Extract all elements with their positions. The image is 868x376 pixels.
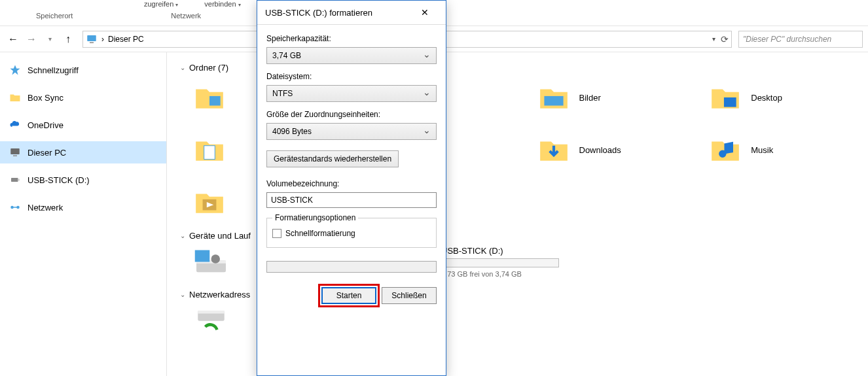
volume-name-input[interactable] [266,192,437,208]
folder-3d-icon [193,81,226,114]
close-button[interactable]: ✕ [412,3,438,22]
ribbon-group-label: Speicherort [36,12,73,20]
storage-bar [441,258,559,267]
progress-bar [266,261,437,273]
folder-item-bilder[interactable]: Bilder [537,78,683,117]
ribbon-group-label: Netzwerk [171,12,201,20]
sidebar-item-usb[interactable]: USB-STICK (D:) [0,169,166,191]
svg-rect-12 [724,97,736,107]
filesystem-select[interactable]: NTFS [266,85,437,102]
quick-format-label: Schnellformatierung [285,229,355,238]
allocation-value: 4096 Bytes [272,127,312,136]
start-button[interactable]: Starten [321,287,376,304]
svg-rect-4 [13,156,17,157]
folder-label: Downloads [579,145,621,155]
navigation-sidebar: Schnellzugriff Box Sync OneDrive Dieser … [0,52,167,376]
svg-rect-5 [11,178,18,182]
svg-rect-21 [198,311,225,314]
device-item-usb[interactable]: USB-STICK (D:) 3,73 GB frei von 3,74 GB [441,246,559,278]
folder-music-icon [709,133,742,166]
device-item-local[interactable] [193,246,238,278]
sidebar-item-network[interactable]: Netzwerk [0,196,166,218]
folder-documents-icon [193,133,226,166]
svg-rect-1 [90,42,94,43]
sidebar-item-boxsync[interactable]: Box Sync [0,86,166,109]
folder-videos-icon [193,186,226,218]
sidebar-item-thispc[interactable]: Dieser PC [0,141,166,163]
sidebar-item-quickaccess[interactable]: Schnellzugriff [0,59,166,81]
folder-item-downloads[interactable]: Downloads [537,130,683,169]
recent-dropdown[interactable]: ▾ [42,31,58,47]
sidebar-item-label: Box Sync [27,93,63,103]
folder-downloads-icon [537,133,570,166]
sidebar-item-onedrive[interactable]: OneDrive [0,114,166,136]
section-title: Ordner (7) [189,63,228,73]
allocation-select[interactable]: 4096 Bytes [266,123,437,140]
cloud-icon [9,119,21,131]
format-dialog: USB-STICK (D:) formatieren ✕ Speicherkap… [257,0,446,376]
svg-rect-18 [195,250,210,262]
ribbon-cmd[interactable]: verbinden [204,0,240,12]
dialog-titlebar[interactable]: USB-STICK (D:) formatieren ✕ [257,1,446,24]
chevron-down-icon: ⌄ [180,64,185,71]
capacity-value: 3,74 GB [272,51,301,60]
pc-icon [86,33,98,45]
folder-item-musik[interactable]: Musik [709,130,855,169]
svg-rect-6 [18,179,20,181]
device-subtext: 3,73 GB frei von 3,74 GB [441,270,559,278]
svg-rect-9 [13,207,17,208]
svg-rect-3 [10,148,20,154]
network-icon [9,201,21,213]
close-dialog-button[interactable]: Schließen [382,287,437,304]
folder-label: Bilder [579,93,601,103]
svg-rect-10 [209,96,221,106]
filesystem-label: Dateisystem: [266,72,437,81]
sidebar-item-label: USB-STICK (D:) [27,175,90,185]
start-button-label: Starten [336,291,362,300]
capacity-label: Speicherkapazität: [266,34,437,43]
pc-icon [9,146,21,158]
forward-button[interactable]: → [24,31,39,47]
quick-format-checkbox[interactable]: Schnellformatierung [272,229,431,238]
folder-label: Desktop [751,93,782,103]
path-separator: › [101,35,104,44]
folder-pictures-icon [537,81,570,114]
section-title: Geräte und Lauf [189,231,251,241]
dialog-title: USB-STICK (D:) formatieren [265,8,372,18]
svg-rect-13 [204,146,215,160]
folder-label: Musik [751,145,773,155]
folder-item-desktop[interactable]: Desktop [709,78,855,117]
chevron-down-icon: ⌄ [180,291,185,298]
svg-point-19 [211,254,221,264]
folder-desktop-icon [709,81,742,114]
restore-defaults-label: Gerätestandards wiederherstellen [274,154,391,163]
refresh-icon[interactable]: ⟳ [721,34,729,44]
search-placeholder: "Dieser PC" durchsuchen [743,35,831,44]
path-text: Dieser PC [108,35,144,44]
address-dropdown-icon[interactable]: ▾ [712,35,715,43]
back-button[interactable]: ← [5,31,21,47]
close-button-label: Schließen [391,291,426,300]
sidebar-item-label: Dieser PC [27,148,66,158]
sidebar-item-label: Netzwerk [27,203,63,213]
filesystem-value: NTFS [272,89,293,98]
device-name: USB-STICK (D:) [441,246,559,256]
sidebar-item-label: OneDrive [27,120,63,130]
ribbon-cmd[interactable]: zugreifen [144,0,178,12]
folder-icon [9,92,21,103]
svg-rect-11 [544,96,563,106]
svg-rect-0 [87,35,96,41]
format-options-fieldset: Formatierungsoptionen Schnellformatierun… [266,213,437,248]
usb-icon [9,174,21,186]
svg-marker-2 [10,65,20,75]
restore-defaults-button[interactable]: Gerätestandards wiederherstellen [266,150,399,167]
capacity-select[interactable]: 3,74 GB [266,47,437,64]
chevron-down-icon: ⌄ [180,232,185,239]
format-options-legend: Formatierungsoptionen [272,213,358,222]
up-button[interactable]: ↑ [60,31,76,47]
star-icon [9,64,21,76]
allocation-label: Größe der Zuordnungseinheiten: [266,110,437,119]
search-input[interactable]: "Dieser PC" durchsuchen [738,31,863,48]
section-title: Netzwerkadress [189,290,250,299]
volume-label: Volumebezeichnung: [266,179,437,188]
